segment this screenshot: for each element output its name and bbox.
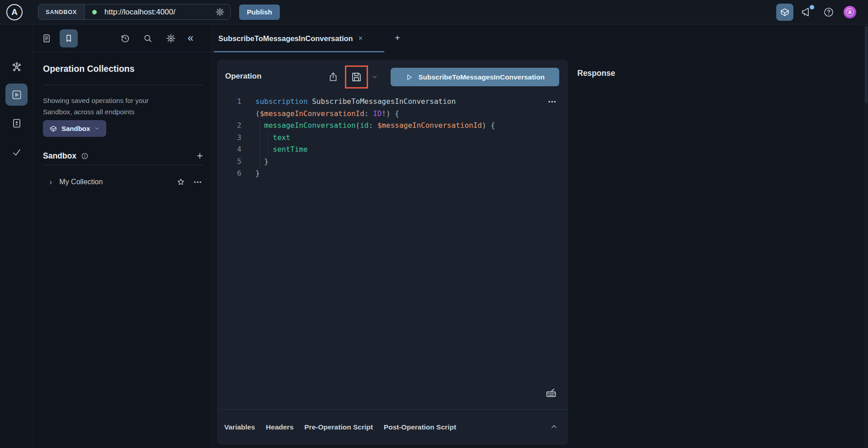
scrollbar-thumb[interactable] <box>865 26 868 103</box>
expand-footer-button[interactable] <box>550 422 558 431</box>
footer-tabs: VariablesHeadersPre-Operation ScriptPost… <box>224 423 467 431</box>
user-avatar[interactable]: A <box>844 6 856 19</box>
saved-operations-tab-button[interactable] <box>60 29 78 47</box>
graph-network-icon <box>11 61 22 72</box>
checkmark-icon <box>11 147 22 158</box>
connection-status-dot <box>92 10 97 14</box>
tab-subscribe-to-messages[interactable]: SubscribeToMessagesInConversation × <box>214 24 384 52</box>
apollo-logo[interactable]: A <box>6 4 23 20</box>
sandbox-section-title: Sandbox <box>43 151 76 161</box>
collection-row-my-collection[interactable]: › My Collection ••• <box>43 173 203 191</box>
code-line[interactable]: 3 text <box>217 132 568 144</box>
left-rail: » <box>0 24 33 448</box>
line-number: 1 <box>217 96 250 108</box>
code-text: messageInConversation(id: $messageInConv… <box>255 120 495 132</box>
chevron-down-icon <box>371 74 378 80</box>
save-options-caret-button[interactable] <box>371 74 378 80</box>
save-operation-button[interactable] <box>350 71 363 83</box>
sketches-nav-button[interactable] <box>11 118 22 129</box>
add-collection-button[interactable]: + <box>197 150 203 161</box>
operation-collections-sidebar: « Operation Collections Showing saved op… <box>33 24 212 448</box>
run-button-label: SubscribeToMessagesInConversation <box>418 73 545 81</box>
gear-icon <box>166 33 176 43</box>
code-text: } <box>255 156 269 168</box>
footer-tab-post-operation-script[interactable]: Post-Operation Script <box>384 423 456 431</box>
active-tab-underline <box>214 51 384 52</box>
code-line[interactable]: 1subscription SubscribeToMessagesInConve… <box>217 96 568 108</box>
new-tab-button[interactable]: + <box>392 32 403 44</box>
explorer-play-icon <box>11 89 23 101</box>
annotation-highlight-box <box>345 65 368 89</box>
apollo-sandbox-app: A SANDBOX http://localhost:4000/ Publish <box>0 0 868 448</box>
search-icon <box>143 33 153 43</box>
history-tab-button[interactable] <box>120 33 130 43</box>
line-number: 3 <box>217 132 250 144</box>
indent-guide <box>259 120 260 168</box>
save-floppy-icon <box>350 71 363 83</box>
line-number: 6 <box>217 168 250 180</box>
chevron-right-icon[interactable]: › <box>49 177 52 187</box>
footer-tab-variables[interactable]: Variables <box>224 423 255 431</box>
collection-name: My Collection <box>59 178 103 186</box>
code-text: text <box>255 132 290 144</box>
history-icon <box>120 33 130 43</box>
code-lines: 1subscription SubscribeToMessagesInConve… <box>217 96 568 180</box>
settings-tab-button[interactable] <box>166 33 176 43</box>
run-operation-button[interactable]: SubscribeToMessagesInConversation <box>391 68 559 86</box>
sandbox-cube-icon <box>49 125 57 133</box>
share-icon <box>328 71 339 82</box>
response-panel-title: Response <box>577 69 615 78</box>
line-number: 2 <box>217 120 250 132</box>
line-number <box>217 108 250 120</box>
collection-more-button[interactable]: ••• <box>194 179 202 186</box>
schema-graph-button[interactable] <box>11 61 22 72</box>
code-text: subscription SubscribeToMessagesInConver… <box>255 96 456 108</box>
code-editor[interactable]: 1subscription SubscribeToMessagesInConve… <box>217 96 568 180</box>
info-icon[interactable] <box>81 152 89 160</box>
line-number: 5 <box>217 156 250 168</box>
announcements-button[interactable] <box>800 6 814 19</box>
keyboard-shortcuts-button[interactable] <box>545 387 557 399</box>
close-tab-icon[interactable]: × <box>359 34 363 42</box>
search-tab-button[interactable] <box>143 33 153 43</box>
graph-picker-button[interactable]: Sandbox <box>43 120 106 137</box>
endpoint-bar: SANDBOX http://localhost:4000/ <box>38 4 231 20</box>
graph-picker-label: Sandbox <box>61 125 90 132</box>
indent-guide <box>268 131 269 155</box>
play-icon <box>405 73 413 81</box>
explorer-nav-button[interactable] <box>5 84 28 106</box>
sidebar-divider <box>43 165 203 165</box>
sidebar-title: Operation Collections <box>43 64 135 74</box>
chevron-up-icon <box>550 422 558 431</box>
endpoint-url-input[interactable]: http://localhost:4000/ <box>104 8 175 17</box>
code-line[interactable]: 6} <box>217 168 568 180</box>
checks-nav-button[interactable] <box>11 147 22 158</box>
favorite-star-icon[interactable] <box>176 177 185 187</box>
sidebar-description: Showing saved operations for your Sandbo… <box>43 95 179 117</box>
code-line[interactable]: 2 messageInConversation(id: $messageInCo… <box>217 120 568 132</box>
share-operation-button[interactable] <box>328 71 339 82</box>
help-button[interactable] <box>823 7 834 18</box>
connection-settings-button[interactable] <box>215 7 225 17</box>
publish-button[interactable]: Publish <box>239 5 280 20</box>
footer-tab-headers[interactable]: Headers <box>266 423 293 431</box>
operation-panel: Operation <box>217 60 568 445</box>
tab-bar: SubscribeToMessagesInConversation × + <box>212 24 868 52</box>
help-icon <box>823 7 834 18</box>
topbar: A SANDBOX http://localhost:4000/ Publish <box>0 0 868 24</box>
sandbox-section-header: Sandbox + <box>43 149 203 163</box>
code-line[interactable]: ($messageInConversationId: ID!) { <box>217 108 568 120</box>
code-text: sentTime <box>255 144 308 156</box>
documentation-tab-button[interactable] <box>42 33 52 43</box>
sidebar-divider <box>43 85 203 85</box>
editor-more-button[interactable]: ••• <box>548 98 557 105</box>
code-line[interactable]: 4 sentTime <box>217 144 568 156</box>
sandbox-cube-icon <box>779 7 790 18</box>
scrollbar[interactable] <box>864 24 868 448</box>
sandbox-mode-button[interactable] <box>776 4 793 21</box>
sandbox-badge: SANDBOX <box>38 5 85 19</box>
footer-tab-pre-operation-script[interactable]: Pre-Operation Script <box>304 423 373 431</box>
collapse-sidebar-button[interactable]: « <box>188 31 193 45</box>
code-line[interactable]: 5 } <box>217 156 568 168</box>
apollo-logo-letter: A <box>11 7 18 17</box>
